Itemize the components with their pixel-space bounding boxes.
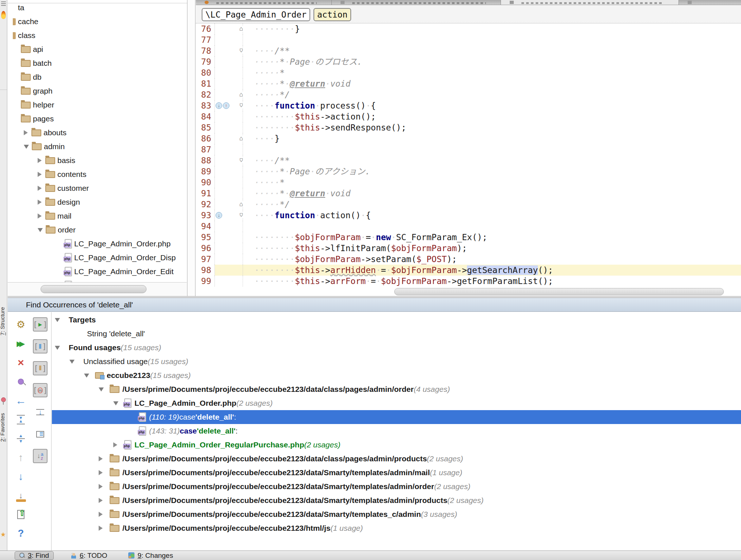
tree-item-lc_page_admin_order_mail[interactable]: LC_Page_Admin_Order_Mail [8, 279, 187, 282]
fold-marker-icon[interactable]: ⌂ [239, 201, 243, 207]
breadcrumb-item-1[interactable]: \LC_Page_Admin_Order [202, 8, 310, 21]
tree-item-lc_page_admin_order_disp[interactable]: LC_Page_Admin_Order_Disp [8, 251, 187, 265]
group-by-method-icon[interactable]: [m] [33, 383, 48, 397]
code-line-85[interactable]: 85········$this->sendResponse(); [196, 122, 741, 133]
chevron-down-icon[interactable] [99, 387, 104, 391]
fold-gutter[interactable]: ⌂ [238, 100, 248, 111]
fold-gutter[interactable] [238, 188, 248, 199]
fold-gutter[interactable] [238, 276, 248, 287]
chevron-down-icon[interactable] [38, 228, 43, 232]
tree-item-lc_page_admin_order.php[interactable]: LC_Page_Admin_Order.php [8, 237, 187, 251]
chevron-right-icon[interactable] [38, 158, 42, 163]
usages-tree-row[interactable]: /Users/prime/Documents/proj/eccube/eccub… [52, 466, 741, 480]
tree-item-cache[interactable]: cache [8, 15, 187, 29]
code-line-90[interactable]: 90·····* [196, 177, 741, 188]
fold-gutter[interactable] [238, 144, 248, 155]
code-line-99[interactable]: 99········$this->arrForm·=·$objFormParam… [196, 276, 741, 287]
code-line-97[interactable]: 97········$objFormParam->setParam($_POST… [196, 254, 741, 265]
code-line-82[interactable]: 82⌂·····*/ [196, 89, 741, 100]
preview-usages-icon[interactable] [33, 427, 48, 441]
tree-item-batch[interactable]: batch [8, 56, 187, 70]
collapse-all-icon[interactable]: ▲▼ [14, 431, 28, 446]
tree-item-db[interactable]: db [8, 70, 187, 84]
statusbar-button-changes[interactable]: 9: Changes [124, 551, 177, 560]
fold-gutter[interactable] [238, 265, 248, 276]
usages-tree-row[interactable]: /Users/prime/Documents/proj/eccube/eccub… [52, 382, 741, 396]
code-line-93[interactable]: 93↓⌂····function·action()·{ [196, 210, 741, 221]
code-line-92[interactable]: 92⌂·····*/ [196, 199, 741, 210]
usages-tree-row[interactable]: /Users/prime/Documents/proj/eccube/eccub… [52, 452, 741, 466]
is-overridden-icon[interactable]: ↑ [223, 102, 229, 109]
tree-item-api[interactable]: api [8, 42, 187, 56]
fold-gutter[interactable] [238, 67, 248, 78]
editor-tab-4[interactable] [679, 0, 741, 5]
group-by-directory-icon[interactable]: [] [33, 361, 48, 375]
fold-gutter[interactable] [238, 243, 248, 254]
tree-item-order[interactable]: order [8, 223, 187, 237]
fold-gutter[interactable] [238, 122, 248, 133]
chevron-right-icon[interactable] [113, 442, 117, 447]
usages-tree-row[interactable]: Targets [52, 313, 741, 327]
fold-marker-icon[interactable]: ⌂ [239, 102, 243, 109]
fold-gutter[interactable]: ⌂ [238, 89, 248, 100]
chevron-down-icon[interactable] [113, 401, 118, 405]
fold-gutter[interactable]: ⌂ [238, 133, 248, 144]
next-occurrence-icon[interactable]: ↓ [14, 469, 28, 484]
tree-item-helper[interactable]: helper [8, 98, 187, 112]
chevron-down-icon[interactable] [55, 346, 60, 350]
fold-marker-icon[interactable]: ⌂ [239, 157, 243, 163]
iterate-occurrences-icon[interactable]: [▶] [33, 317, 48, 332]
code-editor[interactable]: 76⌂········}7778⌂····/**79·····*·Page·のプ… [196, 23, 741, 288]
previous-occurrence-icon[interactable]: ↑ [14, 450, 28, 465]
fold-marker-icon[interactable]: ⌂ [239, 48, 243, 54]
fold-gutter[interactable] [238, 111, 248, 122]
usages-tree-row[interactable]: Found usages (15 usages) [52, 341, 741, 355]
chevron-right-icon[interactable] [99, 456, 103, 461]
tree-item-graph[interactable]: graph [8, 84, 187, 98]
usages-tree-row[interactable]: /Users/prime/Documents/proj/eccube/eccub… [52, 521, 741, 535]
project-tree-vscrollbar[interactable] [188, 0, 195, 296]
editor-tab-2[interactable] [332, 0, 501, 5]
chevron-right-icon[interactable] [24, 130, 28, 135]
code-line-96[interactable]: 96········$this->lfInitParam($objFormPar… [196, 243, 741, 254]
chevron-down-icon[interactable] [55, 318, 60, 322]
chevron-right-icon[interactable] [99, 498, 103, 503]
fold-gutter[interactable] [238, 177, 248, 188]
breadcrumb-item-2[interactable]: action [314, 8, 351, 21]
tool-button-favorites[interactable]: 2: Favorites [0, 413, 5, 442]
fold-gutter[interactable]: ⌂ [238, 210, 248, 221]
tree-item-customer[interactable]: customer [8, 181, 187, 195]
structure-lines-icon[interactable] [1, 1, 6, 6]
usages-tree-row[interactable]: (143: 31) case 'delete_all': [52, 424, 741, 438]
chevron-right-icon[interactable] [99, 512, 103, 517]
fold-gutter[interactable] [238, 221, 248, 232]
fold-gutter[interactable]: ⌂ [238, 199, 248, 210]
usages-tree-row[interactable]: String 'delete_all' [52, 327, 741, 341]
fold-gutter[interactable] [238, 232, 248, 243]
chevron-right-icon[interactable] [38, 213, 42, 219]
tree-item-basis[interactable]: basis [8, 154, 187, 167]
tool-button-structure[interactable]: 7: Structure [0, 307, 5, 336]
chevron-down-icon[interactable] [24, 145, 29, 149]
hscroll-thumb[interactable] [394, 288, 724, 295]
tree-item-abouts[interactable]: abouts [8, 126, 187, 140]
tree-item-pages[interactable]: pages [8, 112, 187, 126]
dock-icon[interactable]: ↓ [14, 488, 28, 503]
back-arrow-icon[interactable]: ← [14, 393, 28, 408]
fold-gutter[interactable] [238, 56, 248, 67]
fold-gutter[interactable] [238, 254, 248, 265]
fold-gutter[interactable]: ⌂ [238, 155, 248, 166]
statusbar-button-find[interactable]: 3: Find [15, 551, 54, 560]
usage-row-selected[interactable]: (110: 19) case 'delete_all': [52, 410, 741, 424]
autoscroll-to-source-icon[interactable]: ↓ [33, 405, 48, 419]
tree-item-class[interactable]: class [8, 29, 187, 42]
tree-item-admin[interactable]: admin [8, 140, 187, 154]
code-line-77[interactable]: 77 [196, 34, 741, 45]
code-line-78[interactable]: 78⌂····/** [196, 45, 741, 56]
settings-icon[interactable]: ⚙ [14, 317, 28, 332]
fold-marker-icon[interactable]: ⌂ [239, 91, 243, 98]
chevron-right-icon[interactable] [99, 484, 103, 489]
code-line-84[interactable]: 84········$this->action(); [196, 111, 741, 122]
chevron-right-icon[interactable] [38, 186, 42, 191]
chevron-down-icon[interactable] [69, 360, 75, 364]
